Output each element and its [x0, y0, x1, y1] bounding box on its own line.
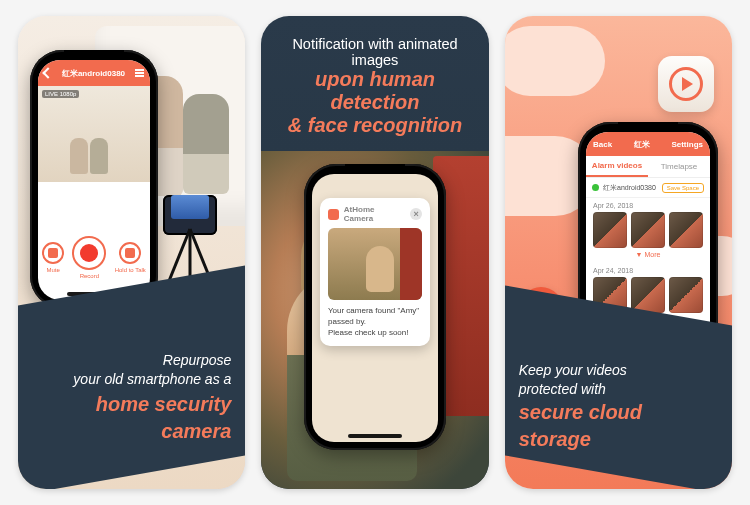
live-video-feed[interactable]: LIVE 1080p [38, 86, 150, 182]
promo-panel-2: Notification with animated images upon h… [261, 16, 488, 489]
video-group: Apr 26, 2018 ▼ More [586, 198, 710, 263]
title-accent2: & face recognition [275, 114, 474, 137]
talk-button[interactable]: Hold to Talk [115, 242, 146, 273]
online-indicator-icon [592, 184, 599, 191]
header-title: 红米 [634, 139, 650, 150]
app-header: Back 红米 Settings [586, 132, 710, 156]
more-button[interactable]: ▼ More [593, 248, 703, 261]
push-notification[interactable]: AtHome Camera × Your camera found "Amy" … [320, 198, 430, 346]
panel3-caption: Keep your videos protected with secure c… [519, 361, 718, 453]
play-ring [669, 67, 703, 101]
menu-icon[interactable] [135, 69, 144, 77]
cloud-shape [505, 26, 605, 96]
promo-panel-3: Back 红米 Settings Alarm videos Timelapse … [505, 16, 732, 489]
caption-accent: secure cloud storage [519, 399, 718, 453]
title-line1: Notification with animated images [275, 36, 474, 68]
record-label: Record [80, 273, 99, 279]
tab-bar: Alarm videos Timelapse [586, 156, 710, 178]
panel2-title: Notification with animated images upon h… [275, 36, 474, 137]
talk-label: Hold to Talk [115, 267, 146, 273]
thumb-row [593, 212, 703, 248]
app-header: 红米android0380 [38, 60, 150, 86]
video-thumbnail[interactable] [669, 212, 703, 248]
live-badge: LIVE 1080p [42, 90, 79, 98]
promo-panel-1: 红米android0380 LIVE 1080p Mute Record [18, 16, 245, 489]
feed-person-a [70, 138, 88, 174]
control-bar: Mute Record Hold to Talk [38, 228, 150, 286]
group-date: Apr 26, 2018 [593, 202, 703, 209]
video-thumbnail[interactable] [669, 277, 703, 313]
phone-screen: AtHome Camera × Your camera found "Amy" … [312, 174, 438, 442]
app-icon [328, 209, 339, 220]
group-date: Apr 24, 2018 [593, 267, 703, 274]
notif-door [400, 228, 422, 300]
caption-line2: protected with [519, 381, 606, 397]
record-icon [80, 244, 98, 262]
notif-line2: Please check up soon! [328, 328, 422, 339]
title-accent1: upon human detection [275, 68, 474, 114]
device-row[interactable]: 红米android0380 Save Space [586, 178, 710, 198]
play-badge-icon [658, 56, 714, 112]
notification-image [328, 228, 422, 300]
notif-person [366, 246, 394, 292]
back-icon[interactable] [42, 67, 53, 78]
phone-mockup: 红米android0380 LIVE 1080p Mute Record [30, 50, 158, 308]
video-thumbnail[interactable] [593, 212, 627, 248]
mute-label: Mute [46, 267, 59, 273]
camera-title: 红米android0380 [62, 68, 125, 79]
caption-accent: home security camera [32, 391, 231, 445]
save-space-button[interactable]: Save Space [662, 183, 704, 193]
feed-person-b [90, 138, 108, 174]
notification-body: Your camera found "Amy" passed by. Pleas… [328, 306, 422, 338]
panel1-caption: Repurpose your old smartphone as a home … [32, 351, 231, 445]
home-indicator [348, 434, 402, 438]
notification-header: AtHome Camera × [328, 205, 422, 223]
record-button[interactable]: Record [72, 236, 106, 279]
app-name: AtHome Camera [344, 205, 405, 223]
tab-timelapse[interactable]: Timelapse [648, 156, 710, 177]
notif-line1: Your camera found "Amy" passed by. [328, 306, 422, 328]
play-icon [682, 77, 693, 91]
phone-mockup: AtHome Camera × Your camera found "Amy" … [304, 164, 446, 450]
video-thumbnail[interactable] [631, 212, 665, 248]
mute-icon [48, 248, 58, 258]
caption-line1: Repurpose [163, 352, 232, 368]
close-icon[interactable]: × [410, 208, 422, 220]
back-button[interactable]: Back [593, 140, 612, 149]
tab-alarm-videos[interactable]: Alarm videos [586, 156, 648, 177]
caption-line1: Keep your videos [519, 362, 627, 378]
caption-line2: your old smartphone as a [73, 371, 231, 387]
device-name: 红米android0380 [603, 183, 656, 193]
person-child [183, 94, 229, 194]
mic-icon [125, 248, 135, 258]
phone-screen: 红米android0380 LIVE 1080p Mute Record [38, 60, 150, 300]
mute-button[interactable]: Mute [42, 242, 64, 273]
settings-button[interactable]: Settings [671, 140, 703, 149]
